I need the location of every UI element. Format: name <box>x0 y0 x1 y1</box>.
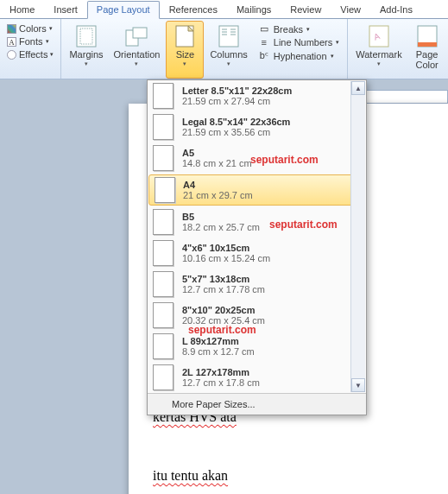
line-numbers-button[interactable]: ≡Line Numbers ▾ <box>256 36 342 48</box>
tab-review[interactable]: Review <box>281 1 331 19</box>
chevron-down-icon: ▾ <box>183 60 186 67</box>
svg-rect-0 <box>77 26 96 47</box>
size-option-title: Letter 8.5"x11" 22x28cm <box>182 86 292 96</box>
tab-view[interactable]: View <box>331 1 370 19</box>
size-option-title: B5 <box>182 212 260 222</box>
columns-label: Columns <box>210 49 247 60</box>
size-option[interactable]: 8"x10" 20x25cm20.32 cm x 25.4 cm <box>148 300 366 331</box>
orientation-icon <box>123 24 150 48</box>
size-option-sub: 21 cm x 29.7 cm <box>183 190 253 200</box>
page-icon <box>153 271 174 297</box>
size-option-sub: 10.16 cm x 15.24 cm <box>182 253 270 263</box>
margins-button[interactable]: Margins ▾ <box>65 21 107 79</box>
size-option-sub: 21.59 cm x 27.94 cm <box>182 96 292 106</box>
page-icon <box>153 333 174 359</box>
document-line <box>153 435 448 460</box>
size-option[interactable]: 2L 127x178mm12.7 cm x 17.8 cm <box>148 362 366 393</box>
size-option-title: A5 <box>182 148 252 158</box>
size-option-title: L 89x127mm <box>182 336 255 346</box>
columns-icon <box>215 24 243 48</box>
size-option-title: 5"x7" 13x18cm <box>182 274 265 284</box>
watermark-button[interactable]: A Watermark ▾ <box>351 21 406 79</box>
size-option-title: A4 <box>183 180 253 190</box>
size-option[interactable]: L 89x127mm8.9 cm x 12.7 cm <box>148 331 366 362</box>
tab-addins[interactable]: Add-Ins <box>370 1 422 19</box>
theme-colors-label: Colors <box>19 23 47 34</box>
size-option-sub: 18.2 cm x 25.7 cm <box>182 222 260 232</box>
size-option[interactable]: 5"x7" 13x18cm12.7 cm x 17.78 cm <box>148 269 366 300</box>
breaks-icon: ▭ <box>258 23 270 35</box>
theme-effects-label: Effects <box>19 49 47 60</box>
breaks-button[interactable]: ▭Breaks ▾ <box>256 22 342 35</box>
tab-mailings[interactable]: Mailings <box>227 1 281 19</box>
watermark-label: Watermark <box>356 49 401 60</box>
size-option[interactable]: Letter 8.5"x11" 22x28cm21.59 cm x 27.94 … <box>148 80 366 111</box>
page-icon <box>155 177 175 203</box>
margins-label: Margins <box>69 49 103 60</box>
size-option-sub: 21.59 cm x 35.56 cm <box>182 127 290 137</box>
size-option-sub: 8.9 cm x 12.7 cm <box>182 346 255 357</box>
hyphenation-label: Hyphenation <box>274 51 327 61</box>
chevron-down-icon: ▾ <box>135 60 138 67</box>
size-option-sub: 14.8 cm x 21 cm <box>182 158 252 168</box>
page-color-icon <box>413 24 441 48</box>
size-option-title: 4"x6" 10x15cm <box>182 243 270 253</box>
watermark-text: seputarit.com <box>250 154 319 166</box>
margins-icon <box>73 24 100 48</box>
size-option[interactable]: Legal 8.5"x14" 22x36cm21.59 cm x 35.56 c… <box>148 111 366 142</box>
page-icon <box>153 145 174 171</box>
tab-home[interactable]: Home <box>0 1 44 19</box>
watermark-text: seputarit.com <box>188 324 256 336</box>
columns-button[interactable]: Columns ▾ <box>205 21 251 79</box>
document-line: itu tentu akan <box>153 464 448 489</box>
orientation-button[interactable]: Orientation ▾ <box>110 21 165 79</box>
page-icon <box>153 83 174 109</box>
tab-page-layout[interactable]: Page Layout <box>87 1 160 19</box>
theme-fonts-button[interactable]: AFonts ▾ <box>5 35 55 48</box>
line-numbers-icon: ≡ <box>258 37 270 48</box>
page-icon <box>153 364 174 390</box>
dropdown-scrollbar[interactable]: ▲ ▼ <box>350 81 365 392</box>
size-option-title: 8"x10" 20x25cm <box>182 305 265 315</box>
page-icon <box>153 209 174 235</box>
page-color-label: Page Color <box>415 49 438 70</box>
size-dropdown: Letter 8.5"x11" 22x28cm21.59 cm x 27.94 … <box>147 79 367 415</box>
svg-rect-15 <box>418 42 437 47</box>
ribbon-tabs: Home Insert Page Layout References Maili… <box>0 0 448 19</box>
more-paper-sizes[interactable]: More Paper Sizes... <box>148 393 366 415</box>
tab-insert[interactable]: Insert <box>44 1 87 19</box>
chevron-down-icon: ▾ <box>377 60 381 67</box>
size-option-title: 2L 127x178mm <box>182 367 260 377</box>
page-background-group: A Watermark ▾ Page Color Page Borders <box>348 19 448 79</box>
size-option[interactable]: A421 cm x 29.7 cm <box>148 174 365 206</box>
orientation-label: Orientation <box>114 49 161 60</box>
size-option-sub: 12.7 cm x 17.8 cm <box>182 377 260 388</box>
ribbon: Colors ▾ AFonts ▾ Effects ▾ Margins ▾ Or… <box>0 19 448 79</box>
theme-colors-button[interactable]: Colors ▾ <box>5 22 55 35</box>
scroll-up-icon[interactable]: ▲ <box>351 81 365 95</box>
watermark-icon: A <box>365 24 393 48</box>
size-option-title: Legal 8.5"x14" 22x36cm <box>182 117 290 127</box>
watermark-text: seputarit.com <box>269 218 338 231</box>
size-button[interactable]: Size ▾ <box>166 21 204 79</box>
size-option[interactable]: 4"x6" 10x15cm10.16 cm x 15.24 cm <box>148 238 366 269</box>
size-icon <box>171 24 199 48</box>
page-icon <box>153 240 174 266</box>
hyphenation-button[interactable]: bᶜHyphenation ▾ <box>256 49 342 62</box>
page-icon <box>153 302 174 328</box>
scroll-down-icon[interactable]: ▼ <box>351 378 365 392</box>
page-icon <box>153 114 174 140</box>
themes-group: Colors ▾ AFonts ▾ Effects ▾ <box>0 19 61 79</box>
theme-effects-button[interactable]: Effects ▾ <box>5 48 55 60</box>
tab-references[interactable]: References <box>160 1 227 19</box>
breaks-label: Breaks <box>274 24 303 35</box>
line-numbers-label: Line Numbers <box>274 37 332 48</box>
size-dropdown-list: Letter 8.5"x11" 22x28cm21.59 cm x 27.94 … <box>148 80 366 393</box>
chevron-down-icon: ▾ <box>227 60 230 67</box>
theme-fonts-label: Fonts <box>19 36 43 47</box>
page-color-button[interactable]: Page Color <box>408 21 446 79</box>
svg-rect-3 <box>133 28 147 38</box>
hyphenation-icon: bᶜ <box>258 50 270 61</box>
size-label: Size <box>176 49 194 60</box>
chevron-down-icon: ▾ <box>85 60 88 67</box>
